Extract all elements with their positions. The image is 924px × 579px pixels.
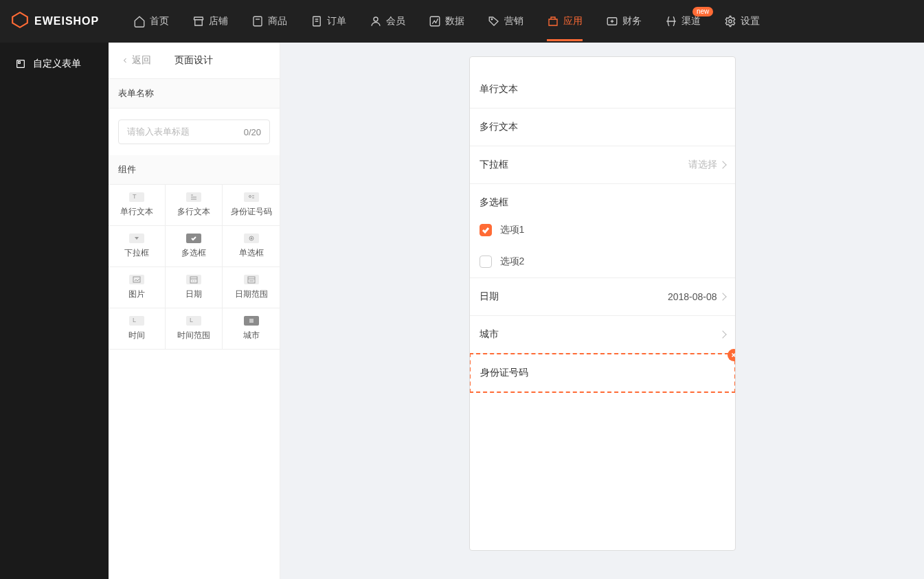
time-icon: L xyxy=(129,316,144,326)
comp-time-range[interactable]: L时间范围 xyxy=(166,308,223,350)
main-area: 返回 页面设计 表单名称 请输入表单标题 0/20 组件 T单行文本 多行文本 … xyxy=(109,43,924,579)
dropdown-value: 请选择 xyxy=(688,159,725,171)
top-nav: EWEISHOP 首页 店铺 商品 订单 会员 数据 营销 xyxy=(0,0,924,43)
nav-app[interactable]: 应用 xyxy=(547,1,583,41)
form-icon xyxy=(15,58,26,69)
nav-member[interactable]: 会员 xyxy=(370,1,405,41)
checkbox-unchecked-icon xyxy=(480,256,492,268)
comp-multi-text[interactable]: 多行文本 xyxy=(166,185,223,226)
form-name-label: 表单名称 xyxy=(109,79,280,109)
timerange-icon: L xyxy=(186,316,201,326)
comp-idcard[interactable]: 身份证号码 xyxy=(223,185,280,226)
checkbox-icon xyxy=(186,234,201,243)
app-icon xyxy=(547,15,559,27)
badge-new: new xyxy=(692,7,713,16)
text-icon: T xyxy=(129,192,144,202)
comp-city[interactable]: 城市 xyxy=(223,308,280,350)
form-name-section: 请输入表单标题 0/20 xyxy=(109,109,280,155)
nav-channel[interactable]: 渠道 new xyxy=(665,1,701,41)
nav-goods[interactable]: 商品 xyxy=(251,1,287,41)
nav-items: 首页 店铺 商品 订单 会员 数据 营销 应用 xyxy=(133,1,760,41)
comp-single-text[interactable]: T单行文本 xyxy=(109,185,166,226)
comp-radio[interactable]: 单选框 xyxy=(223,226,280,267)
city-icon xyxy=(244,316,259,326)
comp-image[interactable]: 图片 xyxy=(109,267,166,308)
svg-rect-14 xyxy=(190,277,197,283)
left-panel: 返回 页面设计 表单名称 请输入表单标题 0/20 组件 T单行文本 多行文本 … xyxy=(109,43,280,579)
canvas-area: 单行文本 多行文本 下拉框 请选择 多选框 选项1 选项2 xyxy=(280,43,924,579)
idcard-icon xyxy=(244,192,259,202)
components-label: 组件 xyxy=(109,155,280,185)
preview-single-text[interactable]: 单行文本 xyxy=(470,71,735,109)
finance-icon xyxy=(606,15,618,27)
dropdown-icon xyxy=(129,234,144,243)
nav-order[interactable]: 订单 xyxy=(311,1,346,41)
form-name-input[interactable]: 请输入表单标题 0/20 xyxy=(118,120,270,144)
date-value: 2018-08-08 xyxy=(668,291,725,302)
multitext-icon xyxy=(186,192,201,202)
nav-data[interactable]: 数据 xyxy=(429,1,464,41)
date-icon xyxy=(186,275,201,284)
panel-header: 返回 页面设计 xyxy=(109,43,280,79)
logo-icon xyxy=(11,11,29,32)
svg-point-5 xyxy=(491,19,493,20)
sidebar: 自定义表单 xyxy=(0,43,109,579)
nav-settings[interactable]: 设置 xyxy=(724,1,760,41)
tag-icon xyxy=(488,15,500,27)
comp-time[interactable]: L时间 xyxy=(109,308,166,350)
nav-finance[interactable]: 财务 xyxy=(606,1,642,41)
logo-text: EWEISHOP xyxy=(34,15,99,27)
logo[interactable]: EWEISHOP xyxy=(11,11,99,32)
order-icon xyxy=(311,15,323,27)
daterange-icon xyxy=(244,275,259,284)
preview-multi-text[interactable]: 多行文本 xyxy=(470,109,735,146)
nav-home[interactable]: 首页 xyxy=(133,1,169,41)
chevron-right-icon xyxy=(719,293,726,300)
phone-preview: 单行文本 多行文本 下拉框 请选择 多选框 选项1 选项2 xyxy=(469,56,736,551)
preview-checkbox-header[interactable]: 多选框 xyxy=(470,184,735,214)
svg-rect-1 xyxy=(253,16,262,26)
comp-dropdown[interactable]: 下拉框 xyxy=(109,226,166,267)
checkbox-option-2[interactable]: 选项2 xyxy=(470,246,735,278)
form-name-placeholder: 请输入表单标题 xyxy=(127,126,190,138)
sidebar-item-custom-form[interactable]: 自定义表单 xyxy=(0,52,109,76)
component-grid: T单行文本 多行文本 身份证号码 下拉框 多选框 单选框 图片 日期 日期范围 … xyxy=(109,185,280,350)
channel-icon xyxy=(665,15,677,27)
chevron-right-icon xyxy=(719,161,726,168)
preview-date[interactable]: 日期 2018-08-08 xyxy=(470,278,735,316)
store-icon xyxy=(192,15,205,27)
svg-point-12 xyxy=(251,238,252,239)
settings-icon xyxy=(724,15,736,27)
delete-button[interactable] xyxy=(728,349,736,361)
preview-idcard-selected[interactable]: 身份证号码 xyxy=(469,353,736,393)
goods-icon xyxy=(251,15,264,27)
image-icon xyxy=(129,275,144,284)
svg-rect-15 xyxy=(248,277,255,283)
checkbox-checked-icon xyxy=(480,224,492,236)
chevron-right-icon xyxy=(719,330,726,338)
radio-icon xyxy=(244,234,259,243)
svg-point-3 xyxy=(374,17,378,21)
nav-store[interactable]: 店铺 xyxy=(192,1,228,41)
page-title: 页面设计 xyxy=(174,54,213,67)
form-name-counter: 0/20 xyxy=(244,127,261,137)
svg-marker-0 xyxy=(12,12,27,27)
svg-rect-9 xyxy=(19,62,21,64)
arrow-left-icon xyxy=(121,56,129,65)
nav-marketing[interactable]: 营销 xyxy=(488,1,523,41)
back-button[interactable]: 返回 xyxy=(121,54,151,67)
member-icon xyxy=(370,15,382,27)
preview-dropdown[interactable]: 下拉框 请选择 xyxy=(470,146,735,184)
chart-icon xyxy=(429,15,441,27)
preview-city[interactable]: 城市 xyxy=(470,316,735,354)
comp-checkbox[interactable]: 多选框 xyxy=(166,226,223,267)
comp-date-range[interactable]: 日期范围 xyxy=(223,267,280,308)
checkbox-option-1[interactable]: 选项1 xyxy=(470,214,735,246)
comp-date[interactable]: 日期 xyxy=(166,267,223,308)
svg-point-7 xyxy=(729,20,732,23)
svg-point-10 xyxy=(249,196,251,198)
home-icon xyxy=(133,15,146,27)
